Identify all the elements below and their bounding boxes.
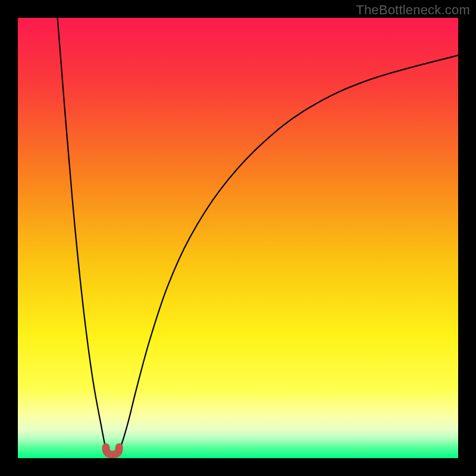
attribution-text: TheBottleneck.com	[356, 2, 470, 18]
plot-svg	[18, 18, 458, 458]
gradient-background	[18, 18, 458, 458]
chart-frame: TheBottleneck.com	[0, 0, 476, 476]
plot-area	[18, 18, 458, 458]
